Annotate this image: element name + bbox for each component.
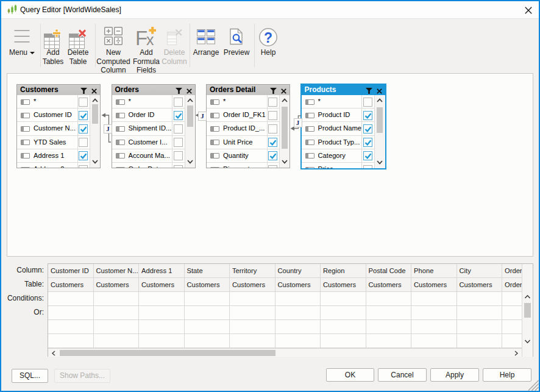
field-checkbox[interactable] — [268, 124, 277, 134]
field-checkbox[interactable] — [174, 124, 183, 134]
field-row[interactable]: Category — [302, 149, 374, 163]
table-card-scrollbar[interactable] — [374, 95, 385, 168]
grid-table-cell[interactable]: Customers — [275, 278, 321, 292]
table-card-scrollbar[interactable] — [279, 95, 290, 168]
field-row[interactable]: Product Name — [302, 122, 374, 135]
field-checkbox[interactable] — [174, 98, 183, 107]
grid-criteria-cell[interactable] — [457, 292, 503, 306]
grid-criteria-cell[interactable] — [411, 334, 457, 348]
field-row[interactable]: * — [207, 95, 279, 109]
toolbar-button-add-tables[interactable]: AddTables — [39, 23, 67, 73]
grid-criteria-cell[interactable] — [185, 320, 230, 334]
field-row[interactable]: Product Typ... — [302, 136, 374, 149]
show-paths-button[interactable]: Show Paths... — [54, 369, 110, 383]
field-checkbox[interactable] — [174, 165, 183, 168]
field-row[interactable]: * — [302, 95, 374, 109]
grid-criteria-cell[interactable] — [321, 292, 366, 306]
grid-criteria-cell[interactable] — [457, 306, 503, 320]
toolbar-button-new-computed-column[interactable]: NewComputedColumn — [94, 23, 133, 73]
field-checkbox-checked[interactable] — [363, 151, 372, 160]
field-checkbox[interactable] — [174, 151, 183, 160]
grid-table-cell[interactable]: Customers — [411, 278, 457, 292]
table-card-header[interactable]: Orders — [112, 85, 195, 95]
grid-table-cell[interactable]: Customers — [230, 278, 275, 292]
table-card-orders-detail[interactable]: Orders Detail*Order ID_FK1Product ID_...… — [206, 84, 290, 168]
field-checkbox-checked[interactable] — [268, 138, 277, 147]
field-row[interactable]: Product ID_... — [207, 122, 279, 135]
grid-criteria-cell[interactable] — [48, 334, 94, 348]
field-checkbox[interactable] — [268, 165, 277, 168]
field-row[interactable]: * — [112, 95, 185, 109]
grid-table-cell[interactable]: Orders — [502, 278, 522, 292]
field-checkbox-checked[interactable] — [268, 151, 277, 160]
remove-table-icon[interactable] — [187, 87, 192, 96]
field-checkbox[interactable] — [79, 165, 88, 168]
grid-criteria-cell[interactable] — [321, 320, 366, 334]
grid-criteria-cell[interactable] — [321, 306, 366, 320]
grid-table-cell[interactable]: Customers — [457, 278, 503, 292]
join-indicator[interactable]: J — [198, 112, 207, 121]
grid-column-header[interactable]: Phone — [411, 264, 457, 278]
field-checkbox-checked[interactable] — [79, 111, 88, 120]
field-checkbox[interactable] — [79, 98, 88, 107]
scroll-left-icon[interactable] — [51, 351, 56, 356]
scroll-up-icon[interactable] — [282, 98, 288, 103]
filter-icon[interactable] — [366, 87, 372, 96]
toolbar-button-arrange[interactable]: Arrange — [190, 23, 222, 73]
join-indicator[interactable]: J — [104, 124, 112, 134]
grid-criteria-cell[interactable] — [275, 306, 321, 320]
grid-criteria-cell[interactable] — [275, 334, 321, 348]
field-row[interactable]: Price — [302, 163, 374, 168]
scroll-up-icon[interactable] — [377, 98, 383, 103]
field-checkbox[interactable] — [363, 165, 372, 169]
scroll-down-icon[interactable] — [187, 159, 193, 164]
field-row[interactable]: Product ID — [302, 109, 374, 122]
grid-criteria-cell[interactable] — [502, 320, 522, 334]
field-checkbox[interactable] — [268, 111, 277, 120]
grid-criteria-cell[interactable] — [502, 334, 522, 348]
remove-table-icon[interactable] — [377, 87, 382, 96]
help-button[interactable]: Help — [483, 368, 531, 382]
grid-horizontal-scrollbar[interactable] — [48, 348, 522, 357]
grid-criteria-cell[interactable] — [366, 334, 412, 348]
grid-criteria-cell[interactable] — [185, 334, 230, 348]
scrollbar-thumb[interactable] — [377, 107, 383, 133]
filter-icon[interactable] — [270, 87, 277, 96]
toolbar-button-delete-table[interactable]: DeleteTable — [64, 23, 92, 73]
field-checkbox[interactable] — [268, 98, 277, 107]
grid-table-cell[interactable]: Customers — [366, 278, 412, 292]
grid-column-header[interactable]: Country — [275, 264, 321, 278]
grid-criteria-cell[interactable] — [411, 320, 457, 334]
grid-criteria-cell[interactable] — [230, 292, 275, 306]
grid-criteria-cell[interactable] — [139, 292, 185, 306]
field-checkbox-checked[interactable] — [363, 111, 372, 120]
field-row[interactable]: Order ID_FK1 — [207, 109, 279, 122]
scroll-down-icon[interactable] — [524, 339, 531, 344]
field-row[interactable]: Customer N... — [17, 122, 90, 135]
grid-column-header[interactable]: State — [185, 264, 230, 278]
grid-criteria-cell[interactable] — [275, 292, 321, 306]
grid-criteria-cell[interactable] — [94, 306, 140, 320]
field-checkbox-checked[interactable] — [174, 111, 183, 120]
grid-criteria-cell[interactable] — [94, 320, 140, 334]
grid-table-cell[interactable]: Customers — [321, 278, 366, 292]
field-row[interactable]: Order Dat... — [112, 163, 185, 168]
scrollbar-thumb[interactable] — [92, 104, 98, 124]
field-row[interactable]: Unit Price — [207, 136, 279, 149]
grid-criteria-cell[interactable] — [185, 306, 230, 320]
grid-table-cell[interactable]: Customers — [139, 278, 185, 292]
field-row[interactable]: Account Ma... — [112, 149, 185, 163]
scroll-down-icon[interactable] — [282, 159, 288, 164]
grid-criteria-cell[interactable] — [411, 306, 457, 320]
cancel-button[interactable]: Cancel — [378, 368, 427, 382]
scroll-up-icon[interactable] — [92, 98, 98, 103]
toolbar-button-help[interactable]: ?Help — [254, 23, 282, 73]
grid-criteria-cell[interactable] — [275, 320, 321, 334]
grid-criteria-cell[interactable] — [366, 306, 412, 320]
table-card-scrollbar[interactable] — [185, 95, 195, 168]
grid-column-header[interactable]: Address 1 — [139, 264, 185, 278]
grid-criteria-cell[interactable] — [457, 334, 503, 348]
close-button[interactable] — [514, 1, 539, 18]
grid-column-header[interactable]: Territory — [230, 264, 275, 278]
grid-criteria-cell[interactable] — [230, 306, 275, 320]
